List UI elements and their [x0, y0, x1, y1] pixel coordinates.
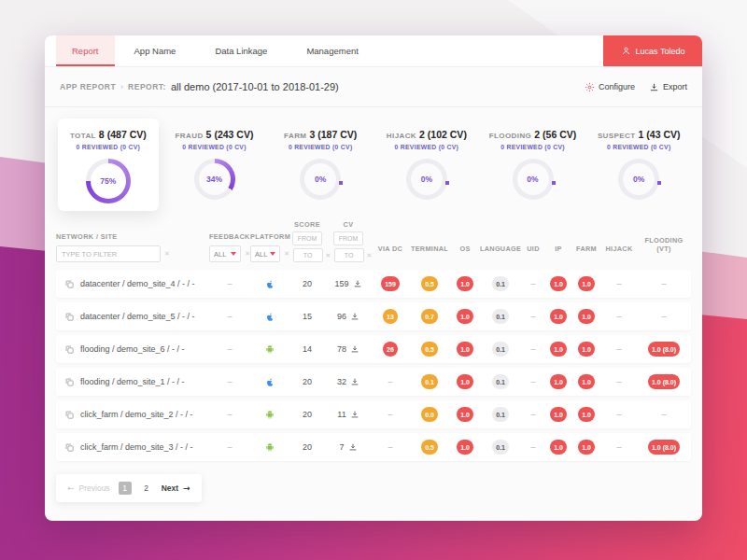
table-row[interactable]: flooding / demo_site_6 / - / -–1478260.5…: [56, 335, 691, 363]
stat-card-hijack[interactable]: HIJACK2(102 CV)0 REVIEWED (0 CV)0%: [376, 119, 477, 211]
farm-cell: 1.0: [571, 276, 601, 291]
breadcrumb-row: APP REPORT › REPORT: all demo (2017-10-0…: [45, 67, 702, 107]
via-dc-cell: 26: [372, 342, 409, 357]
stat-donut-chart: 34%: [194, 159, 235, 200]
page-button-2[interactable]: 2: [140, 482, 153, 495]
cv-to-input[interactable]: [334, 248, 364, 262]
table-row[interactable]: datacenter / demo_site_5 / - / -–1596130…: [56, 302, 691, 330]
platform-cell: [250, 441, 289, 453]
tab-data-linkage[interactable]: Data Linkage: [195, 35, 287, 66]
apple-icon: [264, 376, 275, 388]
donut-zero-dot: [339, 181, 343, 185]
table-row[interactable]: datacenter / demo_site_4 / - / -–2015915…: [56, 270, 691, 298]
stat-count: 8: [99, 129, 105, 140]
hijack-cell: –: [601, 377, 637, 386]
via-dc-cell: –: [372, 377, 409, 386]
uid-cell: –: [521, 410, 545, 419]
score-badge: 1.0: [578, 440, 595, 455]
column-flooding-vt: FLOODING (VT): [637, 236, 691, 262]
score-badge: 159: [381, 276, 400, 291]
stat-card-fraud[interactable]: FRAUD5(243 CV)0 REVIEWED (0 CV)34%: [164, 119, 265, 211]
breadcrumb-section: APP REPORT: [60, 82, 116, 91]
feedback-cell: –: [209, 442, 250, 452]
stat-label: HIJACK: [387, 132, 416, 140]
feedback-cell: –: [209, 344, 250, 354]
android-icon: [264, 441, 275, 453]
column-language: LANGUAGE: [480, 245, 521, 262]
cv-cell: 78: [325, 344, 372, 354]
site-text: click_farm / demo_site_2 / - / -: [80, 410, 193, 419]
user-button[interactable]: Lucas Toledo: [603, 35, 702, 66]
stat-cv: (487 CV): [107, 129, 147, 140]
score-badge: 0.5: [421, 440, 438, 455]
table-row[interactable]: click_farm / demo_site_2 / - / -–2011–0.…: [56, 400, 691, 428]
feedback-cell: –: [209, 312, 250, 321]
tab-app-name[interactable]: App Name: [115, 35, 196, 66]
gear-icon: [585, 82, 595, 92]
download-icon[interactable]: [348, 442, 358, 452]
terminal-cell: 0.7: [409, 309, 450, 324]
table-row[interactable]: flooding / demo_site_1 / - / -–2032–0.11…: [56, 368, 691, 396]
copy-icon[interactable]: [64, 312, 75, 322]
empty-value: –: [616, 377, 621, 386]
stat-card-flooding[interactable]: FLOODING2(56 CV)0 REVIEWED (0 CV)0%: [483, 119, 584, 211]
column-ip: IP: [545, 245, 571, 262]
score-to-input[interactable]: [293, 248, 323, 262]
cv-from-input[interactable]: [333, 231, 363, 245]
platform-filter-select[interactable]: ALL: [250, 245, 280, 262]
score-from-input[interactable]: [292, 231, 322, 245]
terminal-cell: 0.0: [409, 407, 450, 422]
feedback-filter-select[interactable]: ALL: [209, 245, 241, 262]
previous-page-button[interactable]: ←Previous: [67, 483, 110, 493]
stat-card-total[interactable]: TOTAL8(487 CV)0 REVIEWED (0 CV)75%: [58, 119, 159, 211]
arrow-left-icon: ←: [67, 483, 75, 493]
download-icon[interactable]: [350, 410, 359, 419]
copy-icon[interactable]: [64, 344, 75, 355]
stat-count: 1: [638, 129, 643, 140]
site-filter-input[interactable]: [56, 245, 161, 262]
export-button[interactable]: Export: [649, 82, 687, 92]
score-cell: 20: [289, 410, 325, 419]
stat-label: TOTAL: [70, 132, 96, 140]
language-cell: 0.1: [480, 309, 521, 324]
empty-value: –: [530, 279, 535, 288]
copy-icon[interactable]: [64, 279, 75, 289]
download-icon[interactable]: [353, 279, 362, 288]
download-icon[interactable]: [350, 377, 359, 386]
stat-reviewed: 0 REVIEWED (0 CV): [166, 144, 263, 150]
page-button-1[interactable]: 1: [119, 482, 132, 495]
copy-icon[interactable]: [64, 410, 75, 420]
empty-value: –: [530, 410, 535, 419]
score-badge: 1.0 (8.0): [648, 440, 680, 455]
download-icon: [649, 82, 659, 92]
next-page-button[interactable]: Next→: [162, 483, 190, 493]
stat-cv: (56 CV): [543, 129, 576, 140]
table-row[interactable]: click_farm / demo_site_3 / - / -–207–0.5…: [56, 433, 691, 461]
stat-donut-chart: 0%: [406, 159, 447, 200]
copy-icon[interactable]: [64, 442, 75, 453]
stat-donut-chart: 0%: [618, 159, 659, 200]
stat-count: 2: [419, 129, 425, 140]
platform-cell: [250, 376, 289, 388]
site-cell: datacenter / demo_site_5 / - / -: [56, 312, 209, 322]
copy-icon[interactable]: [64, 377, 75, 387]
empty-value: –: [388, 442, 392, 452]
stat-card-suspect[interactable]: SUSPECT1(43 CV)0 REVIEWED (0 CV)0%: [588, 119, 689, 211]
download-icon[interactable]: [350, 312, 359, 321]
score-badge: 0.7: [421, 309, 438, 324]
score-badge: 26: [383, 342, 398, 357]
configure-button[interactable]: Configure: [585, 82, 635, 92]
stat-card-farm[interactable]: FARM3(187 CV)0 REVIEWED (0 CV)0%: [270, 119, 371, 211]
tab-report[interactable]: Report: [56, 35, 115, 66]
clear-site-filter-icon[interactable]: ✕: [164, 250, 170, 258]
site-cell: datacenter / demo_site_4 / - / -: [56, 279, 209, 289]
score-badge: 1.0: [578, 276, 595, 291]
stat-percent: 0%: [527, 175, 538, 184]
download-icon[interactable]: [350, 344, 359, 354]
tab-management[interactable]: Management: [287, 35, 377, 66]
os-cell: 1.0: [450, 309, 480, 324]
empty-value: –: [616, 344, 621, 354]
os-cell: 1.0: [450, 342, 480, 357]
cv-cell: 96: [325, 312, 372, 321]
score-cell: 20: [289, 279, 325, 288]
